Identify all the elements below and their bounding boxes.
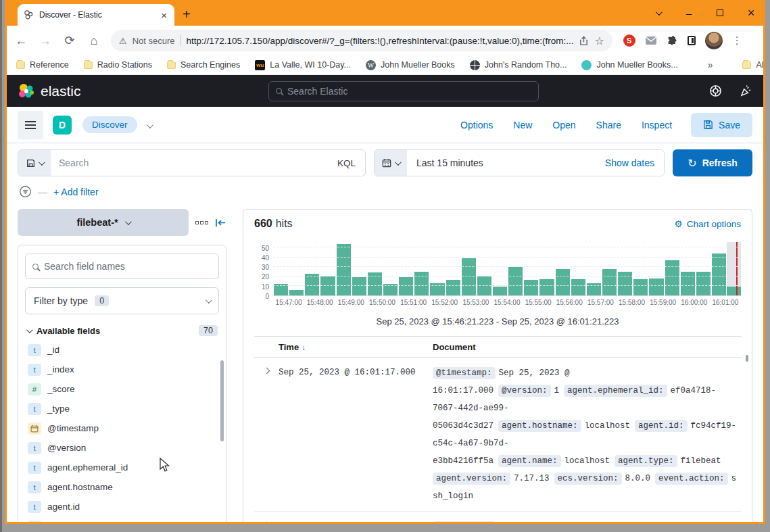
histogram-bar[interactable] (446, 280, 460, 295)
bookmark-item[interactable]: Search Engines (167, 60, 240, 70)
bookmark-item[interactable]: WJohn Mueller Books (366, 60, 455, 70)
field-item[interactable]: tagent.hostname (25, 477, 219, 497)
histogram-bar[interactable] (571, 279, 585, 295)
elastic-search-box[interactable]: Search Elastic (268, 81, 539, 101)
help-icon[interactable] (709, 84, 722, 97)
histogram-bar[interactable] (556, 269, 570, 296)
field-item[interactable]: tagent.name (25, 516, 219, 524)
back-icon[interactable]: ← (14, 34, 28, 48)
search-input[interactable] (51, 150, 328, 176)
field-item[interactable]: #_score (25, 379, 219, 399)
histogram-bar[interactable] (305, 274, 319, 295)
extension-s-icon[interactable]: S (623, 34, 635, 47)
home-icon[interactable]: ⌂ (87, 34, 101, 48)
field-key-pill[interactable]: @timestamp: (433, 521, 496, 524)
time-range-value[interactable]: Last 15 minutes (407, 150, 596, 176)
menu-item-options[interactable]: Options (460, 120, 493, 130)
field-key-pill[interactable]: event.action: (655, 473, 728, 485)
new-tab-button[interactable]: + (183, 5, 191, 23)
field-key-pill[interactable]: ecs.version: (554, 473, 622, 485)
expand-row-button[interactable] (254, 518, 279, 524)
saved-query-menu-button[interactable] (18, 150, 51, 176)
profile-avatar[interactable] (705, 32, 723, 49)
histogram-bar[interactable] (602, 269, 617, 296)
bookmark-item[interactable]: wuLa Valle, WI 10-Day... (255, 60, 351, 70)
menu-item-new[interactable]: New (513, 120, 532, 130)
query-language-button[interactable]: KQL (328, 150, 365, 176)
histogram-chart[interactable]: 01020304050 (254, 242, 741, 296)
share-icon[interactable] (579, 36, 589, 46)
filter-by-type-select[interactable]: Filter by type 0 (25, 287, 219, 314)
field-search-box[interactable] (25, 253, 219, 279)
menu-hamburger-icon[interactable] (18, 111, 43, 139)
histogram-bar[interactable] (665, 260, 679, 295)
breadcrumb[interactable]: Discover (82, 116, 137, 133)
histogram-bar[interactable] (524, 280, 538, 295)
forward-icon[interactable]: → (38, 34, 53, 48)
bookmark-item[interactable]: John's Random Tho... (470, 60, 567, 70)
menu-item-inspect[interactable]: Inspect (642, 120, 672, 130)
time-column-header[interactable]: Time↓ (279, 342, 433, 352)
histogram-bar[interactable] (727, 287, 741, 295)
show-dates-button[interactable]: Show dates (596, 150, 664, 176)
histogram-bar[interactable] (493, 287, 507, 295)
address-bar[interactable]: ⚠ Not secure http://172.105.7.150/app/di… (111, 30, 612, 51)
field-key-pill[interactable]: agent.id: (635, 420, 688, 432)
browser-menu-icon[interactable]: ⋮ (732, 34, 742, 47)
field-key-pill[interactable]: agent.hostname: (498, 420, 581, 432)
field-key-pill[interactable]: @version: (498, 385, 551, 397)
field-item[interactable]: t@version (25, 438, 219, 458)
histogram-bar[interactable] (712, 253, 726, 295)
histogram-bar[interactable] (337, 244, 351, 295)
breadcrumb-chevron-icon[interactable] (147, 119, 151, 131)
refresh-button[interactable]: ↻ Refresh (673, 149, 752, 176)
menu-item-open[interactable]: Open (552, 120, 575, 130)
elastic-logo[interactable]: elastic (18, 82, 81, 100)
extensions-puzzle-icon[interactable] (667, 35, 678, 47)
space-badge[interactable]: D (53, 116, 72, 135)
histogram-bar[interactable] (462, 258, 476, 295)
expand-row-button[interactable] (254, 364, 279, 505)
save-button[interactable]: Save (691, 113, 752, 137)
maximize-button[interactable] (715, 9, 725, 16)
bookmark-item[interactable]: John Mueller Books... (581, 60, 677, 70)
histogram-bar[interactable] (352, 277, 366, 295)
histogram-bar[interactable] (289, 290, 304, 295)
field-search-input[interactable] (44, 261, 212, 272)
histogram-bar[interactable] (508, 267, 523, 295)
bookmark-item[interactable]: Radio Stations (84, 60, 152, 70)
field-item[interactable]: t_id (25, 340, 219, 360)
date-picker-menu-button[interactable] (375, 150, 407, 176)
index-pattern-selector[interactable]: filebeat-* (18, 209, 189, 236)
tab-close-icon[interactable]: × (159, 10, 169, 20)
table-scrollbar[interactable] (746, 355, 748, 362)
chart-options-button[interactable]: ⚙ Chart options (675, 218, 741, 229)
fields-scrollbar[interactable] (220, 360, 224, 441)
field-item[interactable]: @timestamp (25, 418, 219, 438)
tab-search-icon[interactable] (652, 11, 663, 16)
all-bookmarks-button[interactable]: All Bookmarks (742, 60, 765, 70)
histogram-bar[interactable] (539, 279, 554, 295)
menu-item-share[interactable]: Share (596, 120, 621, 130)
histogram-bar[interactable] (399, 277, 413, 295)
field-key-pill[interactable]: agent.ephemeral_id: (564, 385, 667, 397)
close-button[interactable]: × (746, 6, 756, 20)
field-key-pill[interactable]: agent.type: (615, 455, 677, 467)
field-item[interactable]: tagent.id (25, 497, 219, 516)
histogram-bar[interactable] (649, 279, 663, 295)
field-item[interactable]: t_type (25, 399, 219, 418)
field-item[interactable]: tagent.ephemeral_id (25, 458, 219, 477)
bookmarks-overflow-icon[interactable]: » (708, 59, 713, 70)
whats-new-icon[interactable] (740, 84, 752, 97)
mail-extension-icon[interactable] (645, 36, 657, 45)
field-settings-icon[interactable] (195, 221, 208, 224)
minimize-button[interactable]: – (683, 7, 694, 19)
field-key-pill[interactable]: agent.name: (498, 455, 561, 467)
filter-settings-icon[interactable] (19, 185, 32, 198)
histogram-bar[interactable] (633, 279, 648, 295)
field-item[interactable]: t_index (25, 360, 219, 379)
bookmark-star-icon[interactable]: ☆ (594, 34, 604, 47)
bookmark-item[interactable]: Reference (16, 60, 69, 70)
browser-tab[interactable]: Discover - Elastic × (18, 4, 174, 26)
field-key-pill[interactable]: agent.version: (433, 473, 510, 485)
